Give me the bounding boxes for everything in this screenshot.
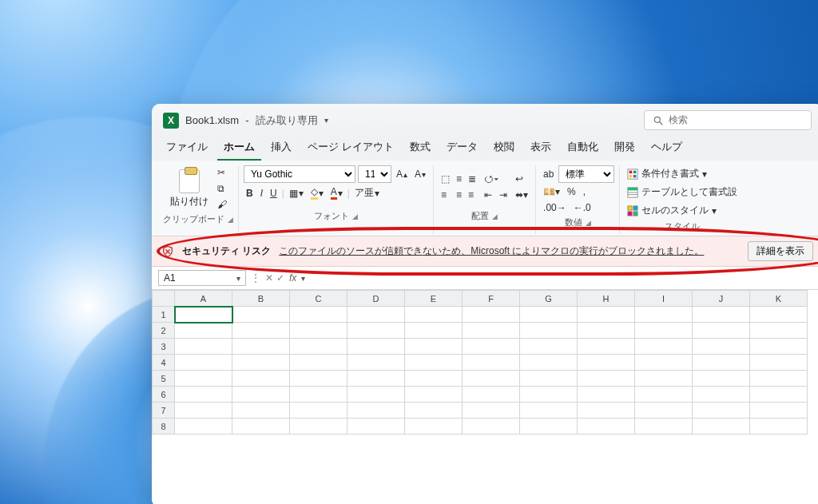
font-family-select[interactable]: Yu Gothic [244, 165, 355, 183]
cell-D4[interactable] [347, 355, 405, 371]
copy-button[interactable]: ⧉ [215, 181, 229, 196]
cell-H8[interactable] [578, 419, 635, 435]
cell-E8[interactable] [405, 419, 463, 435]
menu-データ[interactable]: データ [440, 135, 484, 161]
row-header-1[interactable]: 1 [153, 307, 175, 323]
increase-decimal-button[interactable]: .00→ [541, 200, 569, 215]
conditional-format-button[interactable]: 条件付き書式▾ [625, 165, 709, 182]
column-header-H[interactable]: H [578, 291, 635, 307]
row-header-2[interactable]: 2 [153, 323, 175, 339]
column-header-F[interactable]: F [463, 291, 520, 307]
cell-K4[interactable] [750, 355, 808, 371]
cell-B1[interactable] [232, 307, 290, 323]
cut-button[interactable]: ✂ [215, 165, 229, 180]
document-mode[interactable]: 読み取り専用 [256, 113, 318, 128]
cell-E5[interactable] [405, 371, 463, 387]
cell-H6[interactable] [578, 387, 635, 403]
cell-J4[interactable] [693, 355, 750, 371]
cell-I4[interactable] [635, 355, 693, 371]
security-details-button[interactable]: 詳細を表示 [748, 241, 813, 261]
column-header-D[interactable]: D [347, 291, 405, 307]
cell-J8[interactable] [693, 419, 750, 435]
decrease-decimal-button[interactable]: ←.0 [571, 200, 594, 215]
cell-E3[interactable] [405, 339, 463, 355]
fill-color-button[interactable]: ◇▾ [308, 185, 326, 201]
menu-校閲[interactable]: 校閲 [487, 135, 521, 161]
orientation-button[interactable]: ⭯▾ [482, 172, 510, 186]
column-header-J[interactable]: J [693, 291, 750, 307]
cell-D7[interactable] [347, 403, 405, 419]
cell-B3[interactable] [232, 339, 290, 355]
cell-F6[interactable] [463, 387, 520, 403]
column-header-G[interactable]: G [520, 291, 578, 307]
accounting-format-button[interactable]: 💴▾ [541, 185, 562, 199]
align-middle-button[interactable]: ≡ [454, 172, 464, 186]
format-painter-button[interactable]: 🖌 [215, 197, 229, 212]
cell-H4[interactable] [578, 355, 635, 371]
cell-C8[interactable] [290, 419, 347, 435]
row-header-8[interactable]: 8 [153, 419, 175, 435]
menu-挿入[interactable]: 挿入 [264, 135, 298, 161]
cell-J1[interactable] [693, 307, 750, 323]
menu-表示[interactable]: 表示 [524, 135, 558, 161]
select-all-corner[interactable] [153, 291, 175, 307]
cell-styles-button[interactable]: セルのスタイル▾ [625, 202, 719, 219]
menu-ファイル[interactable]: ファイル [160, 135, 214, 161]
phonetic-button[interactable]: ア亜▾ [352, 185, 382, 201]
cell-B5[interactable] [232, 371, 290, 387]
row-header-7[interactable]: 7 [153, 403, 175, 419]
cell-K2[interactable] [750, 323, 808, 339]
cell-G8[interactable] [520, 419, 578, 435]
cell-C5[interactable] [290, 371, 347, 387]
cell-I5[interactable] [635, 371, 693, 387]
align-top-button[interactable]: ⬚ [439, 172, 452, 186]
increase-indent-button[interactable]: ⇥ [497, 188, 510, 202]
column-header-K[interactable]: K [750, 291, 808, 307]
cell-K1[interactable] [750, 307, 808, 323]
dialog-launcher-icon[interactable]: ◢ [352, 212, 358, 220]
cell-B4[interactable] [232, 355, 290, 371]
cell-K5[interactable] [750, 371, 808, 387]
cell-E7[interactable] [405, 403, 463, 419]
cell-H5[interactable] [578, 371, 635, 387]
cell-F2[interactable] [463, 323, 520, 339]
cell-E4[interactable] [405, 355, 463, 371]
cell-C1[interactable] [290, 307, 347, 323]
menu-ホーム[interactable]: ホーム [217, 135, 261, 161]
align-left-button[interactable]: ≡ [439, 188, 452, 202]
cell-F4[interactable] [463, 355, 520, 371]
cell-A7[interactable] [175, 403, 232, 419]
cell-F3[interactable] [463, 339, 520, 355]
merge-center-button[interactable]: ⬌▾ [513, 188, 530, 202]
decrease-indent-button[interactable]: ⇤ [482, 188, 494, 202]
cell-D6[interactable] [347, 387, 405, 403]
column-header-E[interactable]: E [405, 291, 463, 307]
cell-D8[interactable] [347, 419, 405, 435]
cell-G4[interactable] [520, 355, 578, 371]
cell-H3[interactable] [578, 339, 635, 355]
cell-B7[interactable] [232, 403, 290, 419]
wrap-text-button-2[interactable]: ab [541, 167, 556, 181]
cell-G1[interactable] [520, 307, 578, 323]
cell-A5[interactable] [175, 371, 232, 387]
menu-開発[interactable]: 開発 [608, 135, 641, 161]
menu-自動化[interactable]: 自動化 [561, 135, 605, 161]
dialog-launcher-icon[interactable]: ◢ [228, 216, 233, 224]
cell-D1[interactable] [347, 307, 405, 323]
cell-E1[interactable] [405, 307, 463, 323]
cell-J3[interactable] [693, 339, 750, 355]
row-header-3[interactable]: 3 [153, 339, 175, 355]
cell-J2[interactable] [693, 323, 750, 339]
cell-G7[interactable] [520, 403, 578, 419]
border-button[interactable]: ▦▾ [287, 186, 306, 200]
cell-D3[interactable] [347, 339, 405, 355]
cell-G2[interactable] [520, 323, 578, 339]
cell-K3[interactable] [750, 339, 808, 355]
row-header-6[interactable]: 6 [153, 387, 175, 403]
menu-数式[interactable]: 数式 [403, 135, 437, 161]
cell-D5[interactable] [347, 371, 405, 387]
font-color-button[interactable]: A▾ [328, 185, 345, 201]
cell-K8[interactable] [750, 419, 808, 435]
bold-button[interactable]: B [244, 186, 256, 200]
cell-K7[interactable] [750, 403, 808, 419]
